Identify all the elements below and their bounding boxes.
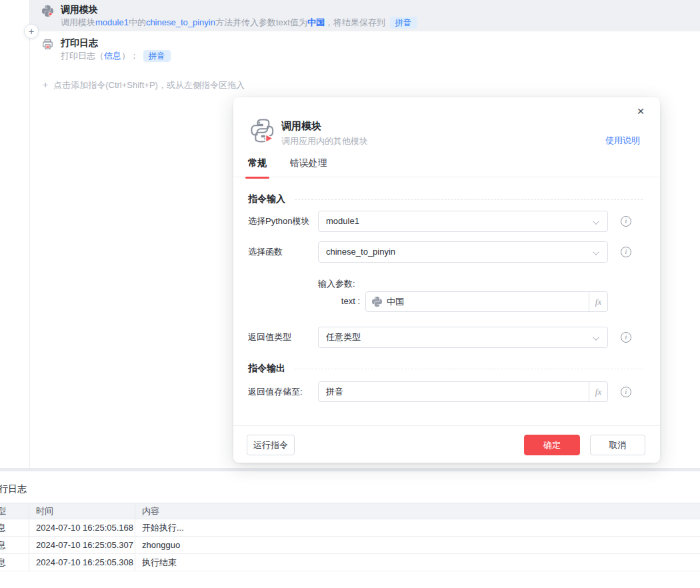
log-table: 类型 时间 内容 信息2024-07-10 16:25:05.168开始执行..… bbox=[0, 503, 700, 571]
chevron-down-icon bbox=[593, 249, 599, 255]
insert-instruction-button[interactable]: + bbox=[24, 24, 39, 39]
add-instruction-label: 点击添加指令(Ctrl+Shift+P)，或从左侧指令区拖入 bbox=[53, 80, 245, 90]
log-col-type: 类型 bbox=[0, 505, 6, 517]
module-select[interactable]: module1 bbox=[318, 211, 608, 232]
flow-block-print-log[interactable]: 打印日志 打印日志（信息）： 拼音 bbox=[30, 35, 700, 67]
info-icon[interactable]: i bbox=[621, 216, 631, 227]
block-description: 打印日志（信息）： 拼音 bbox=[61, 50, 171, 62]
return-type-select[interactable]: 任意类型 bbox=[318, 327, 608, 348]
function-select[interactable]: chinese_to_pinyin bbox=[318, 241, 608, 263]
info-icon[interactable]: i bbox=[621, 387, 631, 397]
log-row[interactable]: 信息2024-07-10 16:25:05.307zhongguo bbox=[0, 537, 700, 554]
printer-icon bbox=[42, 39, 53, 50]
info-icon[interactable]: i bbox=[621, 332, 631, 343]
log-table-header: 类型 时间 内容 bbox=[0, 503, 700, 519]
block-title: 调用模块 bbox=[61, 4, 98, 16]
tab-error-handling[interactable]: 错误处理 bbox=[289, 157, 327, 178]
run-log-panel: 运行日志 类型 时间 内容 信息2024-07-10 16:25:05.168开… bbox=[0, 471, 700, 588]
return-store-label: 返回值存储至: bbox=[248, 381, 316, 403]
dialog-footer: 运行指令 确定 取消 bbox=[233, 425, 660, 463]
call-module-dialog: × 调用模块 调用应用内的其他模块 使用说明 常规 错误处理 指令输入 选择Py… bbox=[233, 97, 660, 463]
plus-icon: + bbox=[29, 26, 34, 37]
ok-button[interactable]: 确定 bbox=[524, 435, 580, 455]
flow-block-call-module[interactable]: 调用模块 调用模块module1中的chinese_to_pinyin方法并传入… bbox=[30, 0, 700, 31]
plus-icon: + bbox=[43, 79, 48, 90]
canvas-left-border bbox=[29, 0, 30, 468]
section-instruction-input: 指令输入 bbox=[248, 193, 643, 205]
run-instruction-button[interactable]: 运行指令 bbox=[247, 435, 295, 455]
python-run-icon bbox=[249, 118, 275, 143]
info-icon[interactable]: i bbox=[621, 247, 631, 257]
block-description: 调用模块module1中的chinese_to_pinyin方法并传入参数tex… bbox=[61, 17, 417, 29]
help-link[interactable]: 使用说明 bbox=[605, 135, 640, 147]
app-root: 调用模块 调用模块module1中的chinese_to_pinyin方法并传入… bbox=[0, 0, 700, 588]
fx-expression-button[interactable]: fx bbox=[589, 382, 607, 401]
function-select-label: 选择函数 bbox=[248, 241, 316, 263]
log-col-time: 时间 bbox=[36, 505, 53, 517]
dialog-title: 调用模块 bbox=[281, 120, 321, 133]
python-run-icon bbox=[42, 5, 53, 17]
fx-expression-button[interactable]: fx bbox=[589, 292, 607, 311]
dialog-tabs: 常规 错误处理 bbox=[233, 157, 660, 177]
close-icon[interactable]: × bbox=[632, 103, 649, 120]
log-col-content: 内容 bbox=[142, 505, 159, 517]
cancel-button[interactable]: 取消 bbox=[590, 435, 645, 455]
input-params-label: 输入参数: bbox=[318, 278, 355, 290]
log-row[interactable]: 信息2024-07-10 16:25:05.168开始执行... bbox=[0, 519, 700, 537]
add-instruction-hint[interactable]: +点击添加指令(Ctrl+Shift+P)，或从左侧指令区拖入 bbox=[43, 79, 245, 91]
tab-general[interactable]: 常规 bbox=[248, 157, 267, 178]
module-select-label: 选择Python模块 bbox=[248, 211, 316, 232]
chevron-down-icon bbox=[593, 218, 599, 225]
param-text-label: text : bbox=[318, 291, 360, 311]
chevron-down-icon bbox=[593, 334, 599, 341]
run-log-title: 运行日志 bbox=[0, 483, 27, 495]
log-row[interactable]: 信息2024-07-10 16:25:05.308执行结束 bbox=[0, 554, 700, 571]
return-type-label: 返回值类型 bbox=[248, 327, 316, 348]
block-title: 打印日志 bbox=[61, 37, 98, 49]
dialog-subtitle: 调用应用内的其他模块 bbox=[281, 135, 368, 147]
section-instruction-output: 指令输出 bbox=[248, 363, 643, 375]
python-icon bbox=[372, 297, 382, 307]
return-store-input[interactable]: 拼音 fx bbox=[318, 381, 608, 402]
log-rows: 信息2024-07-10 16:25:05.168开始执行...信息2024-0… bbox=[0, 519, 700, 571]
param-text-input[interactable]: 中国 fx bbox=[365, 291, 608, 312]
